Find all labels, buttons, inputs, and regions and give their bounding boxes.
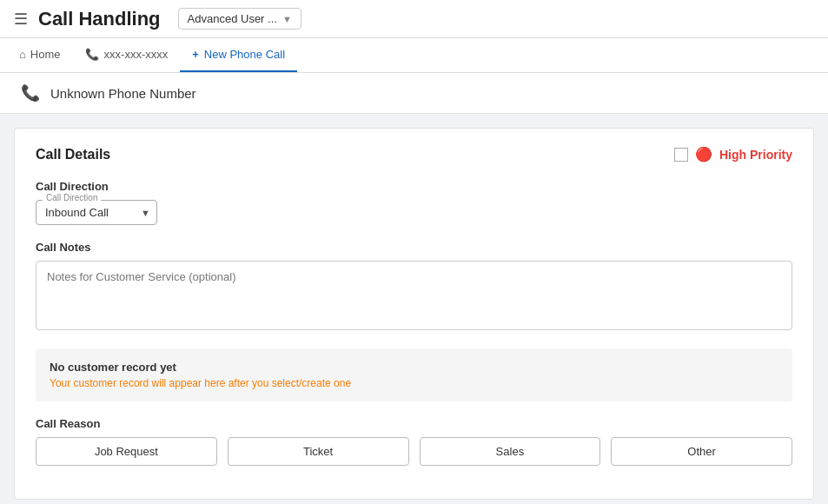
reason-job-request-button[interactable]: Job Request bbox=[36, 437, 217, 466]
main-content: Call Details 🔴 High Priority Call Direct… bbox=[0, 114, 828, 504]
tab-new-phone-call-label: New Phone Call bbox=[204, 48, 285, 61]
plus-icon: + bbox=[192, 48, 199, 61]
customer-record-box: No customer record yet Your customer rec… bbox=[36, 348, 792, 401]
user-dropdown-label: Advanced User ... bbox=[188, 12, 277, 25]
phone-number-icon: 📞 bbox=[21, 83, 40, 103]
tab-phone-label: xxx-xxx-xxxx bbox=[104, 48, 169, 61]
user-dropdown[interactable]: Advanced User ... ▼ bbox=[178, 8, 301, 30]
reason-other-button[interactable]: Other bbox=[611, 437, 792, 466]
call-direction-select[interactable]: Inbound Call Outbound Call bbox=[36, 200, 157, 225]
call-details-card: Call Details 🔴 High Priority Call Direct… bbox=[14, 128, 814, 500]
select-legend: Call Direction bbox=[43, 193, 101, 202]
call-reason-section: Call Reason Job Request Ticket Sales Oth… bbox=[36, 417, 792, 466]
call-reason-buttons: Job Request Ticket Sales Other bbox=[36, 437, 792, 466]
header: ☰ Call Handling Advanced User ... ▼ bbox=[0, 0, 828, 38]
tab-home-label: Home bbox=[30, 48, 61, 61]
high-priority-section: 🔴 High Priority bbox=[674, 146, 792, 162]
call-notes-input[interactable] bbox=[36, 261, 792, 330]
tab-bar: ⌂ Home 📞 xxx-xxx-xxxx + New Phone Call bbox=[0, 38, 828, 73]
high-priority-checkbox[interactable] bbox=[674, 148, 688, 162]
phone-icon: 📞 bbox=[85, 48, 99, 61]
menu-icon[interactable]: ☰ bbox=[14, 10, 28, 29]
phone-number-label: Unknown Phone Number bbox=[50, 86, 196, 101]
tab-home[interactable]: ⌂ Home bbox=[7, 38, 73, 72]
customer-record-subtitle: Your customer record will appear here af… bbox=[50, 377, 778, 389]
call-reason-label: Call Reason bbox=[36, 417, 792, 430]
call-notes-section: Call Notes bbox=[36, 241, 792, 333]
tab-new-phone-call[interactable]: + New Phone Call bbox=[180, 38, 297, 72]
call-details-header: Call Details 🔴 High Priority bbox=[36, 146, 792, 162]
app-title: Call Handling bbox=[38, 8, 161, 30]
tab-phone[interactable]: 📞 xxx-xxx-xxxx bbox=[73, 38, 181, 72]
chevron-down-icon: ▼ bbox=[282, 14, 292, 24]
reason-sales-button[interactable]: Sales bbox=[420, 437, 601, 466]
home-icon: ⌂ bbox=[19, 48, 26, 61]
phone-bar: 📞 Unknown Phone Number bbox=[0, 73, 828, 114]
customer-record-title: No customer record yet bbox=[50, 361, 778, 374]
high-priority-label: High Priority bbox=[719, 148, 792, 162]
reason-ticket-button[interactable]: Ticket bbox=[228, 437, 409, 466]
call-details-title: Call Details bbox=[36, 147, 110, 162]
priority-icon: 🔴 bbox=[695, 146, 712, 162]
call-notes-label: Call Notes bbox=[36, 241, 792, 254]
call-direction-section: Call Direction Call Direction Inbound Ca… bbox=[36, 180, 792, 225]
call-direction-wrapper: Call Direction Inbound Call Outbound Cal… bbox=[36, 200, 157, 225]
call-direction-label: Call Direction bbox=[36, 180, 792, 193]
